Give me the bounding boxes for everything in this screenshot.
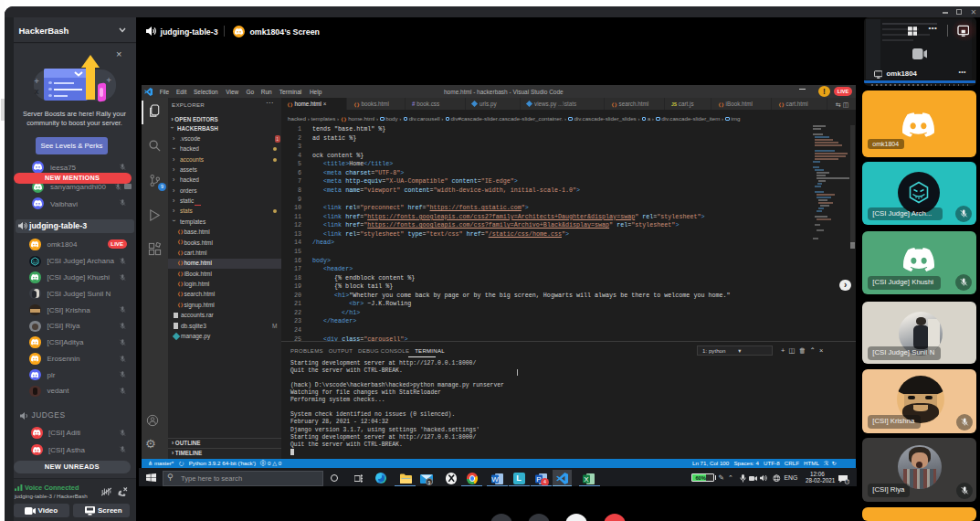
- svg-text:7: 7: [846, 480, 848, 484]
- svg-text:X: X: [584, 474, 589, 483]
- svg-text:W: W: [491, 474, 499, 483]
